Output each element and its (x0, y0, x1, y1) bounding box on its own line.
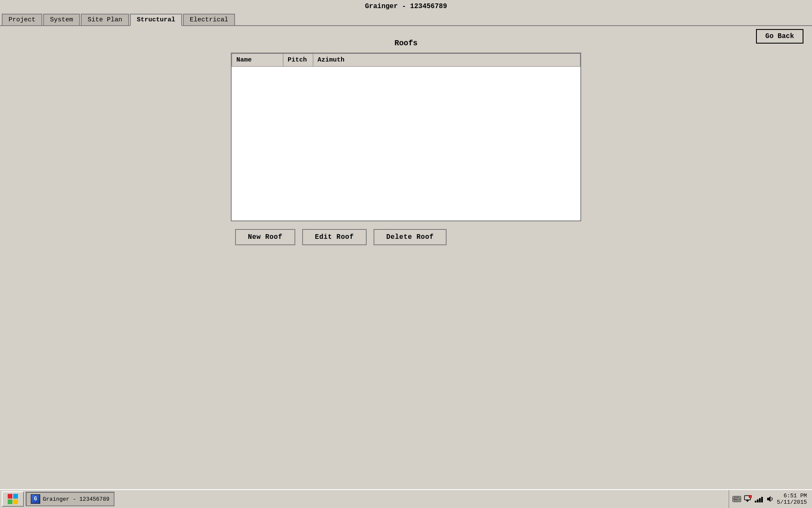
windows-logo-icon (8, 494, 18, 504)
network-icon (755, 495, 763, 503)
taskbar-app-button[interactable]: G Grainger - 123456789 (26, 492, 115, 506)
new-roof-button[interactable]: New Roof (235, 229, 295, 245)
tab-structural[interactable]: Structural (130, 14, 182, 26)
taskbar: G Grainger - 123456789 (0, 489, 812, 508)
svg-marker-11 (767, 496, 771, 502)
roofs-table-header: Name Pitch Azimuth (232, 54, 580, 67)
svg-marker-8 (746, 500, 749, 502)
volume-icon (766, 495, 774, 503)
roofs-section: Roofs Name Pitch Azimuth New Roof Edit R… (231, 39, 581, 245)
go-back-button[interactable]: Go Back (756, 29, 803, 44)
roofs-table-container: Name Pitch Azimuth (231, 53, 581, 221)
roofs-table: Name Pitch Azimuth (232, 53, 580, 220)
alert-icon: ! (744, 495, 752, 503)
clock-time: 6:51 PM (783, 493, 807, 499)
roofs-title: Roofs (231, 39, 581, 47)
tab-system[interactable]: System (43, 14, 80, 25)
delete-roof-button[interactable]: Delete Roof (374, 229, 447, 245)
col-pitch: Pitch (283, 54, 313, 67)
svg-rect-5 (734, 499, 738, 500)
taskbar-app-label: Grainger - 123456789 (43, 496, 109, 502)
action-buttons: New Roof Edit Roof Delete Roof (235, 229, 581, 245)
tab-site-plan[interactable]: Site Plan (81, 14, 129, 25)
col-azimuth: Azimuth (313, 54, 580, 67)
main-content: Roofs Name Pitch Azimuth New Roof Edit R… (0, 26, 812, 254)
svg-rect-2 (736, 498, 736, 499)
tab-bar: Project System Site Plan Structural Elec… (0, 12, 812, 26)
roofs-table-body (232, 67, 283, 220)
edit-roof-button[interactable]: Edit Roof (302, 229, 367, 245)
system-tray: ! 6:51 PM (729, 490, 810, 508)
svg-text:!: ! (750, 496, 751, 499)
taskbar-app-icon: G (31, 494, 40, 504)
tab-electrical[interactable]: Electrical (183, 14, 235, 25)
clock-area: 6:51 PM 5/11/2015 (777, 493, 807, 505)
svg-rect-0 (734, 497, 740, 501)
keyboard-icon (733, 495, 741, 503)
svg-rect-4 (738, 498, 739, 499)
tray-icons: ! (733, 495, 774, 503)
svg-rect-1 (734, 498, 735, 499)
app-title: Grainger - 123456789 (365, 3, 447, 10)
svg-rect-6 (738, 499, 739, 500)
tab-project[interactable]: Project (2, 14, 42, 25)
start-button[interactable] (2, 491, 24, 507)
clock-date: 5/11/2015 (777, 499, 807, 505)
title-bar: Grainger - 123456789 (0, 0, 812, 12)
svg-rect-3 (737, 498, 738, 499)
col-name: Name (232, 54, 283, 67)
